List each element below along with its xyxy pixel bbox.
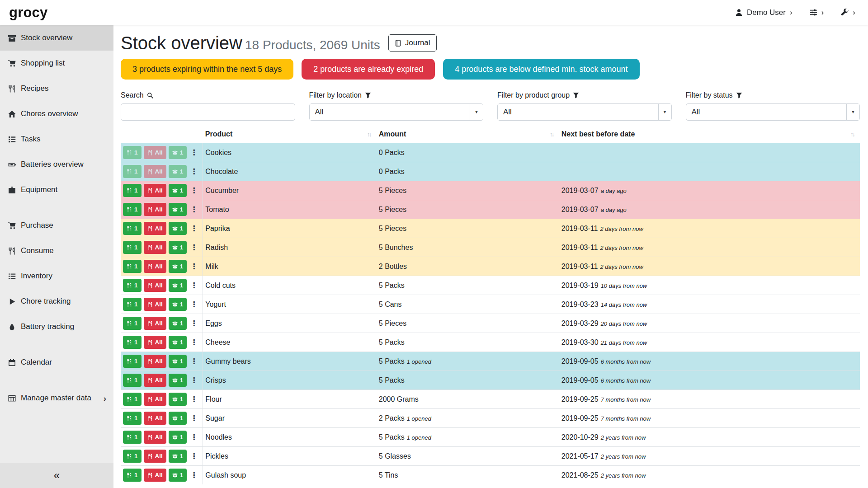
consume-all-button[interactable]: All xyxy=(144,393,166,406)
consume-one-button[interactable]: 1 xyxy=(123,336,142,349)
consume-one-button[interactable]: 1 xyxy=(123,241,142,254)
consume-all-button[interactable]: All xyxy=(144,412,166,425)
open-one-button[interactable]: 1 xyxy=(169,184,187,197)
admin-menu[interactable]: › xyxy=(841,9,855,16)
open-one-button[interactable]: 1 xyxy=(169,355,187,368)
consume-all-button[interactable]: All xyxy=(144,374,166,387)
consume-all-button[interactable]: All xyxy=(144,355,166,368)
consume-one-button[interactable]: 1 xyxy=(123,412,142,425)
consume-all-button[interactable]: All xyxy=(144,222,166,235)
consume-all-button[interactable]: All xyxy=(144,279,166,292)
search-input[interactable] xyxy=(121,103,295,121)
open-one-button[interactable]: 1 xyxy=(169,431,187,444)
open-one-button[interactable]: 1 xyxy=(169,146,187,159)
row-menu-button[interactable]: ⋮ xyxy=(190,336,198,349)
sidebar-item-recipes[interactable]: Recipes xyxy=(0,76,113,101)
consume-one-button[interactable]: 1 xyxy=(123,355,142,368)
user-menu[interactable]: Demo User › xyxy=(735,8,793,17)
row-menu-button[interactable]: ⋮ xyxy=(190,203,198,216)
sidebar-item-chores-overview[interactable]: Chores overview xyxy=(0,101,113,127)
open-one-button[interactable]: 1 xyxy=(169,203,187,216)
consume-one-button[interactable]: 1 xyxy=(123,222,142,235)
row-menu-button[interactable]: ⋮ xyxy=(190,431,198,444)
open-one-button[interactable]: 1 xyxy=(169,222,187,235)
open-one-button[interactable]: 1 xyxy=(169,260,187,273)
consume-all-button[interactable]: All xyxy=(144,317,166,330)
status-filter-select[interactable]: All ▼ xyxy=(686,103,860,121)
grocy-logo[interactable]: grocy xyxy=(9,5,47,21)
expiring-products-pill[interactable]: 3 products expiring within the next 5 da… xyxy=(121,59,293,80)
consume-one-button[interactable]: 1 xyxy=(123,165,142,178)
sidebar-item-purchase[interactable]: Purchase xyxy=(0,213,113,238)
sort-icon[interactable]: ↑↓ xyxy=(850,131,855,138)
consume-all-button[interactable]: All xyxy=(144,146,166,159)
consume-one-button[interactable]: 1 xyxy=(123,374,142,387)
location-filter-select[interactable]: All ▼ xyxy=(309,103,484,121)
sidebar-item-inventory[interactable]: Inventory xyxy=(0,263,113,289)
consume-one-button[interactable]: 1 xyxy=(123,469,142,482)
sidebar-item-calendar[interactable]: Calendar xyxy=(0,350,113,375)
consume-all-button[interactable]: All xyxy=(144,298,166,311)
open-one-button[interactable]: 1 xyxy=(169,298,187,311)
sidebar-collapse-button[interactable]: « xyxy=(0,463,113,488)
below-min-stock-pill[interactable]: 4 products are below defined min. stock … xyxy=(443,59,639,80)
settings-menu[interactable]: › xyxy=(810,9,824,16)
row-menu-button[interactable]: ⋮ xyxy=(190,279,198,292)
consume-one-button[interactable]: 1 xyxy=(123,146,142,159)
sidebar-item-chore-tracking[interactable]: Chore tracking xyxy=(0,289,113,314)
row-menu-button[interactable]: ⋮ xyxy=(190,412,198,425)
open-one-button[interactable]: 1 xyxy=(169,279,187,292)
row-menu-button[interactable]: ⋮ xyxy=(190,165,198,178)
row-menu-button[interactable]: ⋮ xyxy=(190,374,198,387)
open-one-button[interactable]: 1 xyxy=(169,336,187,349)
consume-all-button[interactable]: All xyxy=(144,469,166,482)
consume-one-button[interactable]: 1 xyxy=(123,393,142,406)
sort-icon[interactable]: ↑↓ xyxy=(550,131,555,138)
row-menu-button[interactable]: ⋮ xyxy=(190,260,198,273)
row-menu-button[interactable]: ⋮ xyxy=(190,469,198,482)
open-one-button[interactable]: 1 xyxy=(169,374,187,387)
open-one-button[interactable]: 1 xyxy=(169,165,187,178)
sidebar-item-manage-master-data[interactable]: Manage master data› xyxy=(0,385,113,411)
row-menu-button[interactable]: ⋮ xyxy=(190,450,198,463)
sidebar-item-battery-tracking[interactable]: Battery tracking xyxy=(0,314,113,339)
consume-all-button[interactable]: All xyxy=(144,336,166,349)
row-menu-button[interactable]: ⋮ xyxy=(190,393,198,406)
consume-one-button[interactable]: 1 xyxy=(123,298,142,311)
consume-one-button[interactable]: 1 xyxy=(123,431,142,444)
consume-one-button[interactable]: 1 xyxy=(123,260,142,273)
sidebar-item-consume[interactable]: Consume xyxy=(0,238,113,263)
consume-all-button[interactable]: All xyxy=(144,184,166,197)
consume-all-button[interactable]: All xyxy=(144,165,166,178)
consume-one-button[interactable]: 1 xyxy=(123,184,142,197)
consume-one-button[interactable]: 1 xyxy=(123,203,142,216)
sidebar-item-tasks[interactable]: Tasks xyxy=(0,127,113,152)
row-menu-button[interactable]: ⋮ xyxy=(190,222,198,235)
journal-button[interactable]: Journal xyxy=(388,34,437,52)
consume-one-button[interactable]: 1 xyxy=(123,450,142,463)
sort-icon[interactable]: ↑↓ xyxy=(367,131,372,138)
row-menu-button[interactable]: ⋮ xyxy=(190,146,198,159)
sidebar-item-equipment[interactable]: Equipment xyxy=(0,177,113,202)
open-one-button[interactable]: 1 xyxy=(169,469,187,482)
consume-all-button[interactable]: All xyxy=(144,203,166,216)
row-menu-button[interactable]: ⋮ xyxy=(190,241,198,254)
consume-one-button[interactable]: 1 xyxy=(123,317,142,330)
sidebar-item-stock-overview[interactable]: Stock overview xyxy=(0,25,113,51)
row-menu-button[interactable]: ⋮ xyxy=(190,298,198,311)
row-menu-button[interactable]: ⋮ xyxy=(190,184,198,197)
open-one-button[interactable]: 1 xyxy=(169,241,187,254)
sidebar-item-batteries-overview[interactable]: Batteries overview xyxy=(0,152,113,177)
row-menu-button[interactable]: ⋮ xyxy=(190,355,198,368)
sidebar-item-shopping-list[interactable]: Shopping list xyxy=(0,51,113,76)
consume-all-button[interactable]: All xyxy=(144,260,166,273)
open-one-button[interactable]: 1 xyxy=(169,450,187,463)
open-one-button[interactable]: 1 xyxy=(169,393,187,406)
expired-products-pill[interactable]: 2 products are already expired xyxy=(302,59,435,80)
consume-one-button[interactable]: 1 xyxy=(123,279,142,292)
row-menu-button[interactable]: ⋮ xyxy=(190,317,198,330)
consume-all-button[interactable]: All xyxy=(144,241,166,254)
consume-all-button[interactable]: All xyxy=(144,431,166,444)
open-one-button[interactable]: 1 xyxy=(169,317,187,330)
product-group-filter-select[interactable]: All ▼ xyxy=(497,103,672,121)
